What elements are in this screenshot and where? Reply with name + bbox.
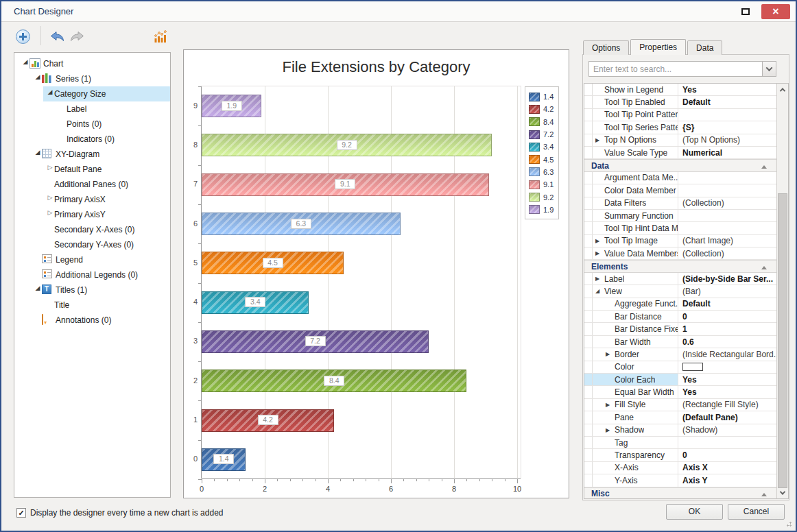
display-designer-checkbox[interactable]: ✓ <box>16 508 26 518</box>
tree-item-annotations-0[interactable]: Annotations (0) <box>14 313 170 328</box>
collapse-arrow-icon[interactable]: ◢ <box>34 285 42 291</box>
collapse-arrow-icon[interactable]: ◢ <box>34 149 42 156</box>
scroll-up-button[interactable] <box>777 84 788 95</box>
tab-data[interactable]: Data <box>687 40 722 55</box>
property-value-cell[interactable]: Default <box>678 96 776 108</box>
property-value-cell[interactable]: Axis X <box>678 462 776 474</box>
tree-item-secondary-y-axes-0[interactable]: Secondary Y-Axes (0) <box>14 237 170 252</box>
property-value-cell[interactable]: (Rectangle Fill Style) <box>678 399 776 411</box>
tree-item-additional-legends-0[interactable]: Additional Legends (0) <box>14 267 170 282</box>
property-value-cell[interactable]: (Bar) <box>678 285 776 297</box>
property-value-cell[interactable]: (Collection) <box>678 197 776 209</box>
collapse-category-icon[interactable] <box>761 263 767 269</box>
property-row-bar-distance[interactable]: Bar Distance0 <box>584 311 776 323</box>
collapse-arrow-icon[interactable]: ◢ <box>595 288 604 294</box>
property-value-cell[interactable]: Default <box>678 298 776 310</box>
category-row-misc[interactable]: Misc <box>584 487 776 500</box>
search-dropdown-button[interactable] <box>762 62 776 76</box>
property-row-color-each[interactable]: Color EachYes <box>584 374 776 386</box>
property-row-tool-tip-enabled[interactable]: Tool Tip EnabledDefault <box>584 96 776 108</box>
property-value-cell[interactable] <box>678 210 776 221</box>
maximize-button[interactable] <box>737 5 754 19</box>
property-row-view[interactable]: ◢View(Bar) <box>584 285 776 298</box>
chart-title[interactable]: File Extensions by Category <box>184 58 569 76</box>
add-chart-element-button[interactable] <box>13 27 32 45</box>
scroll-down-button[interactable] <box>777 487 788 498</box>
expand-arrow-icon[interactable]: ▶ <box>595 250 604 256</box>
tree-item-category-size[interactable]: ◢Category Size <box>14 86 170 101</box>
expand-arrow-icon[interactable]: ▶ <box>606 351 615 357</box>
property-row-data-filters[interactable]: Data Filters(Collection) <box>584 197 776 210</box>
property-row-x-axis[interactable]: X-AxisAxis X <box>584 462 776 474</box>
collapse-arrow-icon[interactable]: ◢ <box>21 58 29 65</box>
category-row-data[interactable]: Data <box>584 159 776 171</box>
tree-item-xy-diagram[interactable]: ◢XY-Diagram <box>14 147 170 162</box>
property-row-color-data-member[interactable]: Color Data Member <box>584 184 776 197</box>
property-value-cell[interactable]: Axis Y <box>678 474 776 486</box>
tree-item-titles-1[interactable]: ◢Titles (1) <box>14 282 170 298</box>
collapse-arrow-icon[interactable]: ◢ <box>46 88 54 95</box>
cancel-button[interactable]: Cancel <box>728 504 785 520</box>
property-row-color[interactable]: Color <box>584 361 776 374</box>
property-value-cell[interactable]: Numerical <box>678 147 776 158</box>
expand-arrow-icon[interactable]: ▶ <box>595 276 604 282</box>
property-row-aggregate-funct[interactable]: Aggregate Funct...Default <box>584 298 776 311</box>
property-row-y-axis[interactable]: Y-AxisAxis Y <box>584 474 776 487</box>
property-value-cell[interactable]: (Collection) <box>678 247 776 259</box>
property-row-tag[interactable]: Tag <box>584 437 776 449</box>
ok-button[interactable]: OK <box>666 504 723 520</box>
tree-item-points-0[interactable]: Points (0) <box>14 117 170 132</box>
tree-item-chart[interactable]: ◢Chart <box>14 56 170 71</box>
property-value-cell[interactable]: (Inside Rectangular Bord... <box>678 348 776 360</box>
property-row-tool-tip-hint-data-m[interactable]: Tool Tip Hint Data M... <box>584 222 776 234</box>
tree-item-default-pane[interactable]: ▷Default Pane <box>14 162 170 177</box>
property-row-bar-distance-fixed[interactable]: Bar Distance Fixed1 <box>584 323 776 335</box>
property-value-cell[interactable]: Yes <box>678 374 776 385</box>
property-row-top-n-options[interactable]: ▶Top N Options(Top N Options) <box>584 134 776 147</box>
property-value-cell[interactable] <box>678 109 776 121</box>
property-value-cell[interactable]: 0 <box>678 449 776 461</box>
tree-item-primary-axisx[interactable]: ▷Primary AxisX <box>14 192 170 207</box>
tree-item-indicators-0[interactable]: Indicators (0) <box>14 132 170 147</box>
collapse-category-icon[interactable] <box>761 490 767 496</box>
property-row-bar-width[interactable]: Bar Width0.6 <box>584 336 776 348</box>
expand-arrow-icon[interactable]: ▷ <box>46 164 54 171</box>
expand-arrow-icon[interactable]: ▶ <box>606 427 615 433</box>
property-value-cell[interactable] <box>678 361 776 373</box>
property-value-cell[interactable]: (Shadow) <box>678 424 776 436</box>
expand-arrow-icon[interactable]: ▶ <box>595 137 604 143</box>
property-row-pane[interactable]: Pane(Default Pane) <box>584 411 776 424</box>
expand-arrow-icon[interactable]: ▶ <box>606 402 615 408</box>
redo-button[interactable] <box>67 27 86 45</box>
resize-grip-icon[interactable] <box>785 520 792 527</box>
tree-item-title[interactable]: Title <box>14 298 170 313</box>
property-row-summary-function[interactable]: Summary Function <box>584 210 776 222</box>
undo-button[interactable] <box>48 27 67 45</box>
tree-item-label[interactable]: Label <box>14 101 170 117</box>
tree-item-series-1[interactable]: ◢Series (1) <box>14 71 170 86</box>
property-row-value-scale-type[interactable]: Value Scale TypeNumerical <box>584 147 776 159</box>
property-value-cell[interactable]: Yes <box>678 386 776 398</box>
property-row-argument-data-me[interactable]: Argument Data Me... <box>584 172 776 184</box>
expand-arrow-icon[interactable]: ▶ <box>595 238 604 244</box>
tab-properties[interactable]: Properties <box>630 39 686 55</box>
property-value-cell[interactable]: 0 <box>678 311 776 322</box>
property-row-border[interactable]: ▶Border(Inside Rectangular Bord... <box>584 348 776 361</box>
chart-legend[interactable]: 1.44.28.47.23.44.56.39.19.21.9 <box>525 86 559 219</box>
tree-item-secondary-x-axes-0[interactable]: Secondary X-Axes (0) <box>14 222 170 237</box>
property-row-shadow[interactable]: ▶Shadow(Shadow) <box>584 424 776 437</box>
property-value-cell[interactable] <box>678 222 776 234</box>
expand-arrow-icon[interactable]: ▷ <box>46 209 54 216</box>
tree-item-legend[interactable]: Legend <box>14 252 170 267</box>
property-value-cell[interactable]: (Top N Options) <box>678 134 776 146</box>
property-row-tool-tip-point-pattern[interactable]: Tool Tip Point Pattern <box>584 109 776 121</box>
category-row-elements[interactable]: Elements <box>584 260 776 272</box>
property-row-label[interactable]: ▶Label(Side-by-Side Bar Ser... <box>584 273 776 285</box>
property-value-cell[interactable]: (Chart Image) <box>678 235 776 247</box>
property-row-equal-bar-width[interactable]: Equal Bar WidthYes <box>584 386 776 398</box>
collapse-arrow-icon[interactable]: ◢ <box>34 73 42 80</box>
scrollbar-thumb[interactable] <box>778 193 787 488</box>
tab-options[interactable]: Options <box>583 40 629 55</box>
property-row-tool-tip-image[interactable]: ▶Tool Tip Image(Chart Image) <box>584 235 776 247</box>
property-row-fill-style[interactable]: ▶Fill Style(Rectangle Fill Style) <box>584 399 776 411</box>
